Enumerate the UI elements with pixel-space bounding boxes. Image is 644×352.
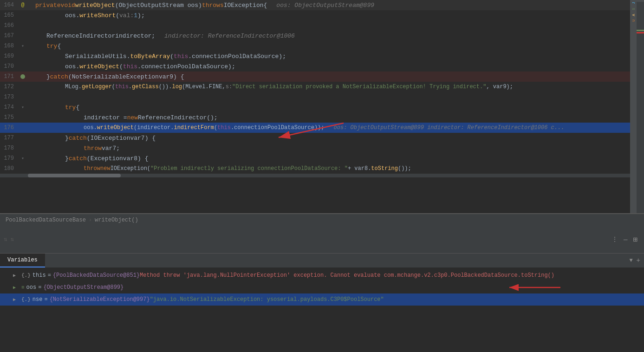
code-line-165[interactable]: 165 oos.writeShort( val: 1); (0, 10, 644, 20)
kw-throw-178: throw (84, 145, 102, 152)
kw-try-168: try (46, 43, 57, 50)
kw-void: void (61, 2, 75, 9)
var-row-this[interactable]: ▶ {.} this = {PoolBackedDataSource@851} … (0, 269, 644, 281)
plain-170c: .connectionPoolDataSource); (137, 63, 235, 70)
p172e: (MLevel.FINE, (182, 84, 226, 90)
var-eq-oos: = (38, 284, 41, 291)
var-value-oos: {ObjectOutputStream@899} (43, 284, 124, 291)
var-name-oos: oos (26, 284, 37, 291)
code-line-174[interactable]: 174 ▾ try { (0, 102, 644, 112)
horizontal-scrollbar[interactable] (0, 174, 644, 177)
expand-this[interactable]: ▶ (13, 273, 20, 278)
var-row-nse[interactable]: ▶ {.} nse = {NotSerializableException@99… (0, 293, 644, 306)
code-line-175[interactable]: 175 indirector = new ReferenceIndirector… (0, 112, 644, 123)
code-editor: 164 @ private void writeObject(ObjectOut… (0, 0, 644, 214)
scroll-thumb[interactable] (28, 174, 121, 177)
gutter-seg-green (637, 30, 644, 31)
right-labels: J S A U (630, 0, 637, 213)
label-j: J (631, 0, 636, 6)
plain-178: var7; (102, 145, 120, 152)
minus-btn[interactable]: — (623, 235, 628, 244)
line-num-171: 171 (0, 73, 18, 80)
grid-btn[interactable]: ⊞ (632, 234, 638, 245)
fold-179[interactable]: ▾ (21, 156, 24, 161)
type-ioex-177: IOException (91, 135, 130, 142)
plain-179b: ( (87, 155, 91, 162)
method-writeObj-176: writeObject (97, 124, 134, 131)
hint-164: oos: ObjectOutputStream@899 (276, 2, 374, 9)
three-dots-btn[interactable]: ⋮ (611, 235, 619, 244)
code-line-180[interactable]: 180 throw new IOException("Problem indir… (0, 163, 644, 174)
type-refind-175: ReferenceIndirector (138, 114, 207, 121)
kw-private: private (35, 2, 61, 9)
code-line-170[interactable]: 170 oos.writeObject(this.connectionPoolD… (0, 61, 644, 72)
plain-177a: } (65, 135, 69, 142)
line-content-177: } catch (IOException var7) { (28, 135, 644, 142)
code-line-176[interactable]: 176 oos.writeObject(indirector.indirectF… (0, 123, 644, 133)
label-a: A (631, 12, 636, 18)
code-line-179[interactable]: 179 ▾ } catch (Exception var8) { (0, 153, 644, 163)
plain-165c: ); (137, 12, 145, 19)
line-num-165: 165 (0, 12, 18, 19)
plain-179a: } (65, 155, 69, 162)
variables-tab-bar: Variables ▼ + (0, 254, 644, 267)
add-icon[interactable]: + (637, 257, 640, 264)
var-row-oos[interactable]: ▶ ≡ oos = {ObjectOutputStream@899} (0, 281, 644, 293)
hint-167: indirector: ReferenceIndirector@1006 (164, 33, 295, 39)
p180a: ( (147, 165, 150, 172)
expand-oos[interactable]: ▶ (13, 285, 20, 290)
kw-catch-179: catch (69, 155, 87, 162)
p176b: (indirector. (134, 124, 174, 131)
plain-165b: ( (116, 12, 119, 19)
code-line-178[interactable]: 178 throw var7; (0, 143, 644, 153)
code-line-177[interactable]: 177 } catch (IOException var7) { (0, 133, 644, 143)
plain-177c: var7) { (130, 135, 156, 142)
var-value-nse: {NotSerializableException@997} (50, 296, 150, 303)
string-172: "Direct serialization provoked a NotSeri… (232, 84, 486, 90)
kw-throws: throws (202, 2, 224, 9)
code-line-168[interactable]: 168 ▾ try { (0, 41, 644, 51)
code-line-164[interactable]: 164 @ private void writeObject(ObjectOut… (0, 0, 644, 10)
filter-icon[interactable]: ▼ (629, 257, 632, 264)
code-line-167[interactable]: 167 ReferenceIndirector indirector; indi… (0, 31, 644, 41)
type-nse: NotSerializableException (72, 73, 159, 80)
expand-nse[interactable]: ▶ (13, 297, 20, 302)
code-line-171[interactable]: 171 } catch (NotSerializableException va… (0, 72, 644, 82)
this-170: this (123, 63, 137, 70)
fold-174[interactable]: ▾ (21, 104, 24, 110)
this-176: this (217, 124, 231, 131)
plain-165a: oos. (65, 12, 79, 19)
plain-170a: oos. (65, 63, 79, 70)
p180c: ()); (398, 165, 411, 172)
comment-s: s: (226, 84, 232, 90)
code-line-172[interactable]: 172 MLog.getLogger(this.getClass()).log(… (0, 82, 644, 92)
line-num-173: 173 (0, 94, 18, 100)
kw-catch-177: catch (69, 135, 87, 142)
line-content-178: throw var7; (28, 145, 644, 152)
line-content-169: SerializableUtils.toByteArray(this.conne… (28, 53, 644, 60)
p176d: .connectionPoolDataSource)); (231, 124, 325, 131)
gutter-seg-1 (637, 0, 644, 2)
method-getClass: getClass (132, 84, 159, 90)
p180b: + var8. (348, 165, 371, 172)
kw-new-175: new (127, 114, 138, 121)
code-line-169[interactable]: 169 SerializableUtils.toByteArray(this.c… (0, 51, 644, 61)
p172c: . (129, 84, 132, 90)
fold-168[interactable]: ▾ (21, 43, 24, 49)
hint-176: oos: ObjectOutputStream@899 indirector: … (334, 124, 565, 131)
gutter-179: ▾ (18, 156, 28, 161)
plain-175a: indirector = (84, 114, 127, 121)
line-num-174: 174 (0, 104, 18, 111)
plain-169a: . (127, 53, 130, 60)
num-1: 1 (134, 12, 137, 19)
breadcrumb-bar: PoolBackedDataSourceBase › writeObject() (0, 214, 644, 226)
line-content-172: MLog.getLogger(this.getClass()).log(MLev… (28, 84, 644, 90)
line-num-179: 179 (0, 155, 18, 162)
method-writeObj-170: writeObject (79, 63, 119, 70)
method-getLogger: getLogger (82, 84, 112, 90)
plain-171a: } (46, 73, 50, 80)
tab-variables[interactable]: Variables (0, 254, 45, 267)
var-value-this: {PoolBackedDataSource@851} (53, 272, 140, 279)
line-num-167: 167 (0, 33, 18, 39)
var-error-this: Method threw 'java.lang.NullPointerExcep… (140, 272, 554, 279)
